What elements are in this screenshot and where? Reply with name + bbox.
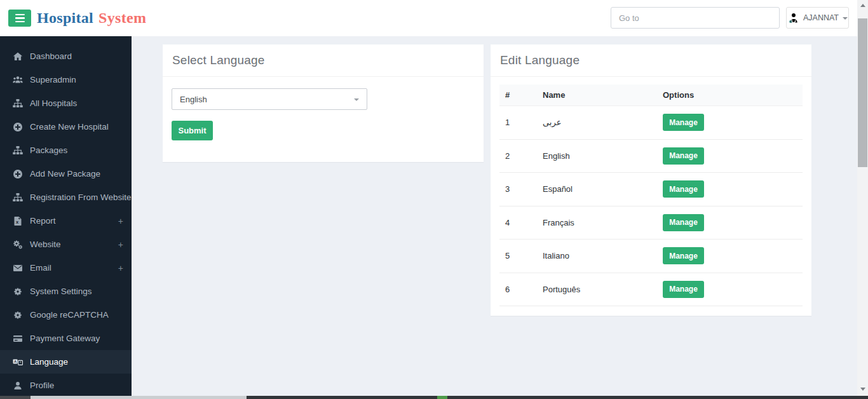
sidebar-item-label: Superadmin [30,75,76,85]
column-header-name: Name [543,90,663,100]
language-number-cell: 1 [499,118,543,127]
user-menu-button[interactable]: AJANNAT [786,7,849,29]
column-header-options: Options [663,90,803,100]
manage-button[interactable]: Manage [663,147,704,165]
sidebar-item-label: Registration From Website [30,193,132,202]
sidebar-item-label: Google reCAPTCHA [30,310,109,320]
goto-search-input[interactable] [611,7,780,29]
select-caret-icon [354,98,359,101]
language-name-cell: Español [543,184,663,194]
language-table-body: 1 عربى Manage 2 English Manage 3 Español… [499,106,803,306]
sitemap-icon [13,193,23,203]
sidebar-item-label: Payment Gateway [30,334,100,343]
vertical-scrollbar[interactable] [857,0,868,399]
scroll-down-arrow-icon[interactable] [857,384,868,395]
chevron-down-icon [843,17,848,20]
hamburger-icon [15,14,25,15]
column-header-number: # [499,90,543,100]
expand-plus-icon[interactable]: + [118,264,123,273]
language-number-cell: 2 [499,151,543,161]
sidebar-item-payment-gateway[interactable]: Payment Gateway [0,327,132,350]
submit-button[interactable]: Submit [172,121,213,140]
manage-button[interactable]: Manage [663,114,704,131]
table-header-row: # Name Options [499,85,803,106]
sidebar-item-add-new-package[interactable]: Add New Package [0,162,132,186]
user-icon [13,381,23,391]
users-icon [13,75,23,85]
main-content: Select Language English Submit Edit Lang… [132,36,857,399]
sidebar-item-google-recaptcha[interactable]: Google reCAPTCHA [0,303,132,327]
file-excel-icon [13,216,23,226]
sidebar-item-label: Profile [30,381,54,390]
sidebar-item-label: Website [30,240,61,249]
sidebar-item-label: System Settings [30,287,92,296]
sidebar-item-dashboard[interactable]: Dashboard [0,44,132,68]
cogs-icon [13,240,23,250]
gear-icon [13,287,23,297]
user-name: AJANNAT [803,13,839,22]
sitemap-icon [13,98,23,109]
sidebar-item-label: Create New Hospital [30,122,109,132]
sidebar-item-email[interactable]: Email + [0,256,132,280]
sidebar-item-profile[interactable]: Profile [0,374,132,397]
brand-accent: System [98,10,146,27]
sidebar-item-label: Dashboard [30,51,72,61]
sidebar-item-packages[interactable]: Packages [0,139,132,162]
credit-card-icon [13,334,23,344]
sidebar-item-report[interactable]: Report + [0,209,132,233]
table-row: 4 Français Manage [499,206,803,240]
table-row: 5 Italiano Manage [499,240,803,273]
table-row: 3 Español Manage [499,173,803,206]
panel-title: Edit Language [491,44,811,77]
gear-icon [13,310,23,320]
sidebar-item-label: Add New Package [30,169,100,179]
language-number-cell: 6 [499,285,543,294]
language-name-cell: عربى [543,118,663,127]
table-row: 1 عربى Manage [499,106,803,140]
app-logo[interactable]: Hospital System [37,0,146,36]
sidebar-item-label: Language [30,357,68,367]
sidebar-item-registration-from-website[interactable]: Registration From Website [0,186,132,209]
manage-button[interactable]: Manage [663,247,704,264]
language-name-cell: Français [543,218,663,227]
select-language-panel: Select Language English Submit [163,44,484,162]
sidebar-item-superadmin[interactable]: Superadmin [0,68,132,91]
language-name-cell: English [543,151,663,161]
manage-button[interactable]: Manage [663,214,704,231]
email-icon [13,263,23,273]
language-icon [13,357,23,367]
sidebar-item-create-new-hospital[interactable]: Create New Hospital [0,115,132,139]
language-select-value: English [180,95,207,104]
sidebar-toggle-button[interactable] [8,10,31,27]
header: Hospital System AJANNAT [0,0,857,36]
manage-button[interactable]: Manage [663,180,704,198]
sitemap-icon [13,145,23,156]
language-number-cell: 4 [499,218,543,227]
language-select[interactable]: English [172,88,367,110]
doctor-avatar-icon [787,12,799,24]
language-name-cell: Português [543,285,663,294]
edit-language-panel: Edit Language # Name Options 1 عربى Mana… [491,44,811,316]
home-icon [13,51,23,62]
sidebar-item-language[interactable]: Language [0,350,132,374]
scroll-up-arrow-icon[interactable] [857,0,868,11]
plus-circle-icon [13,122,23,132]
expand-plus-icon[interactable]: + [118,217,123,226]
brand-primary: Hospital [37,10,93,27]
sidebar-item-all-hospitals[interactable]: All Hospitals [0,91,132,115]
sidebar-item-website[interactable]: Website + [0,233,132,256]
table-row: 6 Português Manage [499,273,803,307]
bottom-edge-strip [0,396,868,399]
sidebar-item-label: Report [30,216,56,226]
sidebar-nav: Dashboard Superadmin All Hospitals Creat… [0,36,132,399]
vertical-scrollbar-thumb[interactable] [858,18,867,167]
sidebar-item-label: All Hospitals [30,98,77,108]
plus-circle-icon [13,169,23,179]
manage-button[interactable]: Manage [663,281,704,298]
language-number-cell: 3 [499,184,543,194]
sidebar-item-system-settings[interactable]: System Settings [0,280,132,303]
language-name-cell: Italiano [543,251,663,260]
panel-title: Select Language [163,44,484,77]
expand-plus-icon[interactable]: + [118,240,123,249]
table-row: 2 English Manage [499,140,803,173]
